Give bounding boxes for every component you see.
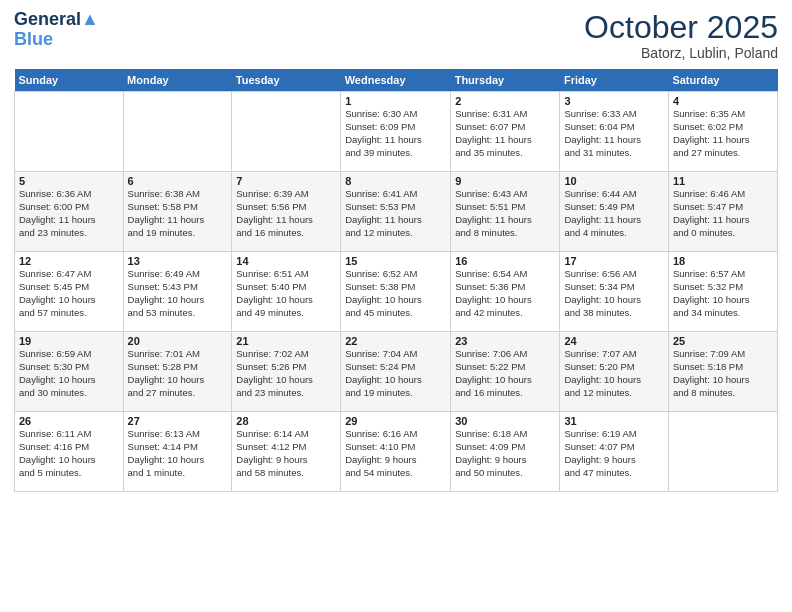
col-thursday: Thursday bbox=[451, 69, 560, 92]
day-info: Sunrise: 7:01 AMSunset: 5:28 PMDaylight:… bbox=[128, 348, 228, 399]
day-info: Sunrise: 6:51 AMSunset: 5:40 PMDaylight:… bbox=[236, 268, 336, 319]
day-info: Sunrise: 7:09 AMSunset: 5:18 PMDaylight:… bbox=[673, 348, 773, 399]
day-number: 8 bbox=[345, 175, 446, 187]
day-info: Sunrise: 6:16 AMSunset: 4:10 PMDaylight:… bbox=[345, 428, 446, 479]
month-title: October 2025 bbox=[584, 10, 778, 45]
calendar-cell: 16Sunrise: 6:54 AMSunset: 5:36 PMDayligh… bbox=[451, 252, 560, 332]
calendar-cell: 11Sunrise: 6:46 AMSunset: 5:47 PMDayligh… bbox=[668, 172, 777, 252]
calendar-cell: 27Sunrise: 6:13 AMSunset: 4:14 PMDayligh… bbox=[123, 412, 232, 492]
calendar-cell: 23Sunrise: 7:06 AMSunset: 5:22 PMDayligh… bbox=[451, 332, 560, 412]
day-number: 26 bbox=[19, 415, 119, 427]
main-container: General▲ Blue October 2025 Batorz, Lubli… bbox=[0, 0, 792, 502]
day-number: 1 bbox=[345, 95, 446, 107]
day-number: 2 bbox=[455, 95, 555, 107]
day-number: 7 bbox=[236, 175, 336, 187]
calendar-cell: 28Sunrise: 6:14 AMSunset: 4:12 PMDayligh… bbox=[232, 412, 341, 492]
calendar-cell: 31Sunrise: 6:19 AMSunset: 4:07 PMDayligh… bbox=[560, 412, 668, 492]
day-info: Sunrise: 6:47 AMSunset: 5:45 PMDaylight:… bbox=[19, 268, 119, 319]
calendar-row-3: 12Sunrise: 6:47 AMSunset: 5:45 PMDayligh… bbox=[15, 252, 778, 332]
col-friday: Friday bbox=[560, 69, 668, 92]
day-number: 11 bbox=[673, 175, 773, 187]
col-tuesday: Tuesday bbox=[232, 69, 341, 92]
day-info: Sunrise: 6:31 AMSunset: 6:07 PMDaylight:… bbox=[455, 108, 555, 159]
calendar-cell bbox=[232, 92, 341, 172]
calendar-cell: 14Sunrise: 6:51 AMSunset: 5:40 PMDayligh… bbox=[232, 252, 341, 332]
day-info: Sunrise: 6:46 AMSunset: 5:47 PMDaylight:… bbox=[673, 188, 773, 239]
calendar-cell: 22Sunrise: 7:04 AMSunset: 5:24 PMDayligh… bbox=[341, 332, 451, 412]
day-number: 19 bbox=[19, 335, 119, 347]
day-number: 6 bbox=[128, 175, 228, 187]
day-number: 22 bbox=[345, 335, 446, 347]
calendar-cell: 13Sunrise: 6:49 AMSunset: 5:43 PMDayligh… bbox=[123, 252, 232, 332]
calendar-cell: 24Sunrise: 7:07 AMSunset: 5:20 PMDayligh… bbox=[560, 332, 668, 412]
day-info: Sunrise: 6:14 AMSunset: 4:12 PMDaylight:… bbox=[236, 428, 336, 479]
day-number: 12 bbox=[19, 255, 119, 267]
day-number: 25 bbox=[673, 335, 773, 347]
calendar-cell: 21Sunrise: 7:02 AMSunset: 5:26 PMDayligh… bbox=[232, 332, 341, 412]
day-info: Sunrise: 6:49 AMSunset: 5:43 PMDaylight:… bbox=[128, 268, 228, 319]
day-info: Sunrise: 6:57 AMSunset: 5:32 PMDaylight:… bbox=[673, 268, 773, 319]
calendar-row-4: 19Sunrise: 6:59 AMSunset: 5:30 PMDayligh… bbox=[15, 332, 778, 412]
logo: General▲ Blue bbox=[14, 10, 99, 50]
calendar-cell bbox=[668, 412, 777, 492]
day-info: Sunrise: 6:43 AMSunset: 5:51 PMDaylight:… bbox=[455, 188, 555, 239]
day-info: Sunrise: 7:07 AMSunset: 5:20 PMDaylight:… bbox=[564, 348, 663, 399]
calendar-cell: 18Sunrise: 6:57 AMSunset: 5:32 PMDayligh… bbox=[668, 252, 777, 332]
day-info: Sunrise: 6:59 AMSunset: 5:30 PMDaylight:… bbox=[19, 348, 119, 399]
calendar-row-5: 26Sunrise: 6:11 AMSunset: 4:16 PMDayligh… bbox=[15, 412, 778, 492]
day-info: Sunrise: 7:02 AMSunset: 5:26 PMDaylight:… bbox=[236, 348, 336, 399]
day-info: Sunrise: 6:13 AMSunset: 4:14 PMDaylight:… bbox=[128, 428, 228, 479]
logo-text: General▲ bbox=[14, 10, 99, 30]
day-number: 17 bbox=[564, 255, 663, 267]
day-info: Sunrise: 6:35 AMSunset: 6:02 PMDaylight:… bbox=[673, 108, 773, 159]
calendar-cell bbox=[15, 92, 124, 172]
day-info: Sunrise: 6:44 AMSunset: 5:49 PMDaylight:… bbox=[564, 188, 663, 239]
day-info: Sunrise: 7:04 AMSunset: 5:24 PMDaylight:… bbox=[345, 348, 446, 399]
calendar-table: Sunday Monday Tuesday Wednesday Thursday… bbox=[14, 69, 778, 492]
header: General▲ Blue October 2025 Batorz, Lubli… bbox=[14, 10, 778, 61]
calendar-cell: 17Sunrise: 6:56 AMSunset: 5:34 PMDayligh… bbox=[560, 252, 668, 332]
calendar-cell: 26Sunrise: 6:11 AMSunset: 4:16 PMDayligh… bbox=[15, 412, 124, 492]
day-number: 20 bbox=[128, 335, 228, 347]
calendar-cell: 12Sunrise: 6:47 AMSunset: 5:45 PMDayligh… bbox=[15, 252, 124, 332]
calendar-cell: 30Sunrise: 6:18 AMSunset: 4:09 PMDayligh… bbox=[451, 412, 560, 492]
location: Batorz, Lublin, Poland bbox=[584, 45, 778, 61]
calendar-cell: 6Sunrise: 6:38 AMSunset: 5:58 PMDaylight… bbox=[123, 172, 232, 252]
day-number: 3 bbox=[564, 95, 663, 107]
day-info: Sunrise: 6:33 AMSunset: 6:04 PMDaylight:… bbox=[564, 108, 663, 159]
col-monday: Monday bbox=[123, 69, 232, 92]
calendar-cell: 8Sunrise: 6:41 AMSunset: 5:53 PMDaylight… bbox=[341, 172, 451, 252]
day-info: Sunrise: 6:18 AMSunset: 4:09 PMDaylight:… bbox=[455, 428, 555, 479]
day-info: Sunrise: 6:52 AMSunset: 5:38 PMDaylight:… bbox=[345, 268, 446, 319]
calendar-cell: 15Sunrise: 6:52 AMSunset: 5:38 PMDayligh… bbox=[341, 252, 451, 332]
calendar-cell: 10Sunrise: 6:44 AMSunset: 5:49 PMDayligh… bbox=[560, 172, 668, 252]
day-number: 29 bbox=[345, 415, 446, 427]
calendar-cell: 3Sunrise: 6:33 AMSunset: 6:04 PMDaylight… bbox=[560, 92, 668, 172]
calendar-cell: 9Sunrise: 6:43 AMSunset: 5:51 PMDaylight… bbox=[451, 172, 560, 252]
day-number: 5 bbox=[19, 175, 119, 187]
day-number: 31 bbox=[564, 415, 663, 427]
day-info: Sunrise: 6:11 AMSunset: 4:16 PMDaylight:… bbox=[19, 428, 119, 479]
day-number: 21 bbox=[236, 335, 336, 347]
day-number: 28 bbox=[236, 415, 336, 427]
calendar-cell: 5Sunrise: 6:36 AMSunset: 6:00 PMDaylight… bbox=[15, 172, 124, 252]
day-number: 27 bbox=[128, 415, 228, 427]
day-info: Sunrise: 6:38 AMSunset: 5:58 PMDaylight:… bbox=[128, 188, 228, 239]
day-number: 9 bbox=[455, 175, 555, 187]
day-number: 16 bbox=[455, 255, 555, 267]
title-block: October 2025 Batorz, Lublin, Poland bbox=[584, 10, 778, 61]
col-wednesday: Wednesday bbox=[341, 69, 451, 92]
calendar-cell bbox=[123, 92, 232, 172]
header-row: Sunday Monday Tuesday Wednesday Thursday… bbox=[15, 69, 778, 92]
day-number: 23 bbox=[455, 335, 555, 347]
day-info: Sunrise: 6:54 AMSunset: 5:36 PMDaylight:… bbox=[455, 268, 555, 319]
calendar-cell: 1Sunrise: 6:30 AMSunset: 6:09 PMDaylight… bbox=[341, 92, 451, 172]
col-sunday: Sunday bbox=[15, 69, 124, 92]
day-info: Sunrise: 6:39 AMSunset: 5:56 PMDaylight:… bbox=[236, 188, 336, 239]
day-number: 4 bbox=[673, 95, 773, 107]
day-number: 13 bbox=[128, 255, 228, 267]
calendar-cell: 2Sunrise: 6:31 AMSunset: 6:07 PMDaylight… bbox=[451, 92, 560, 172]
day-info: Sunrise: 6:36 AMSunset: 6:00 PMDaylight:… bbox=[19, 188, 119, 239]
day-number: 30 bbox=[455, 415, 555, 427]
day-info: Sunrise: 6:56 AMSunset: 5:34 PMDaylight:… bbox=[564, 268, 663, 319]
